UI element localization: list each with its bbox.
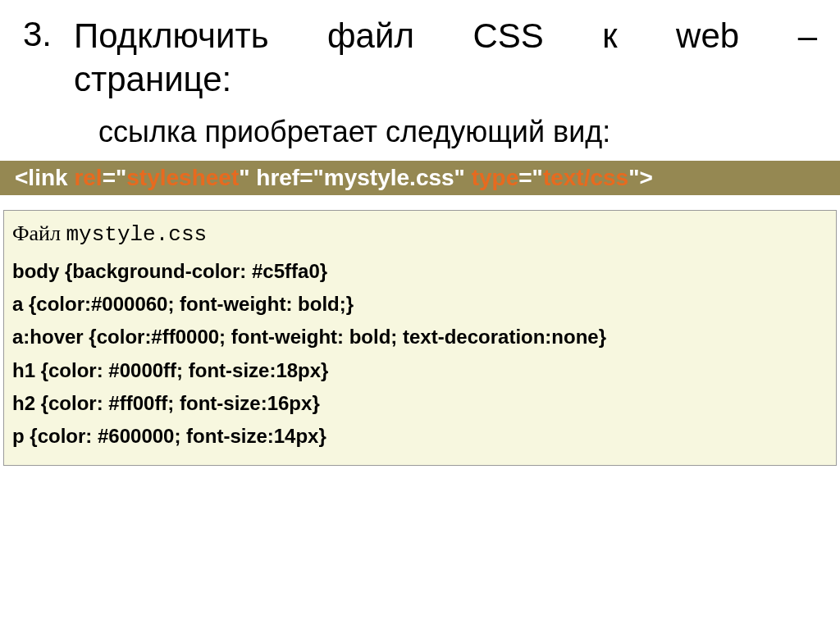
code-box: Файл mystyle.css body {background-color:…	[3, 210, 837, 466]
link-tag-text: <link rel="stylesheet" href="mystyle.css…	[0, 161, 840, 195]
code-line: body {background-color: #c5ffa0}	[12, 255, 828, 288]
heading-word: Подключить	[74, 15, 269, 58]
heading-word: –	[798, 15, 817, 58]
code-file-name: mystyle.css	[66, 222, 207, 247]
heading-line2: странице:	[74, 58, 817, 102]
code-token: text/css	[543, 165, 628, 190]
code-line: p {color: #600000; font-size:14px}	[12, 420, 828, 453]
heading-word: к	[602, 15, 617, 58]
heading-word: файл	[327, 15, 414, 58]
code-token: ="	[103, 165, 127, 190]
code-token: ="	[518, 165, 543, 190]
heading-word: web	[676, 15, 739, 58]
code-token: ">	[628, 165, 653, 190]
code-file-title: Файл mystyle.css	[12, 216, 828, 253]
heading: Подключить файл CSS к web – странице:	[74, 15, 817, 101]
code-line: a {color:#000060; font-weight: bold;}	[12, 288, 828, 321]
code-line: a:hover {color:#ff0000; font-weight: bol…	[12, 321, 828, 353]
code-token: stylesheet	[126, 165, 239, 190]
heading-word: CSS	[472, 15, 543, 58]
code-token: type	[472, 165, 519, 190]
code-line: h1 {color: #0000ff; font-size:18px}	[12, 354, 828, 387]
code-token: rel	[74, 165, 102, 190]
code-line: h2 {color: #ff00ff; font-size:16px}	[12, 387, 828, 420]
heading-line1: Подключить файл CSS к web –	[74, 15, 817, 58]
subheading: ссылка приобретает следующий вид:	[98, 115, 817, 149]
slide: 3. Подключить файл CSS к web – странице:…	[0, 0, 840, 629]
code-token: <	[15, 165, 28, 190]
code-token: " href="mystyle.css"	[239, 165, 471, 190]
list-number: 3.	[23, 15, 52, 54]
code-file-label: Файл	[12, 221, 66, 245]
link-tag-bar: <link rel="stylesheet" href="mystyle.css…	[0, 161, 840, 195]
code-token: link	[28, 165, 74, 190]
